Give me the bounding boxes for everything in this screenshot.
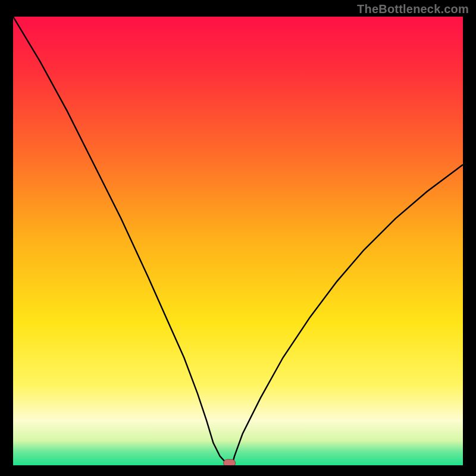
watermark-text: TheBottleneck.com (357, 2, 469, 16)
minimum-marker (224, 459, 236, 465)
plot-area (13, 17, 463, 465)
gradient-background (13, 17, 463, 465)
bottleneck-chart (13, 17, 463, 465)
app-frame: TheBottleneck.com (0, 0, 476, 476)
